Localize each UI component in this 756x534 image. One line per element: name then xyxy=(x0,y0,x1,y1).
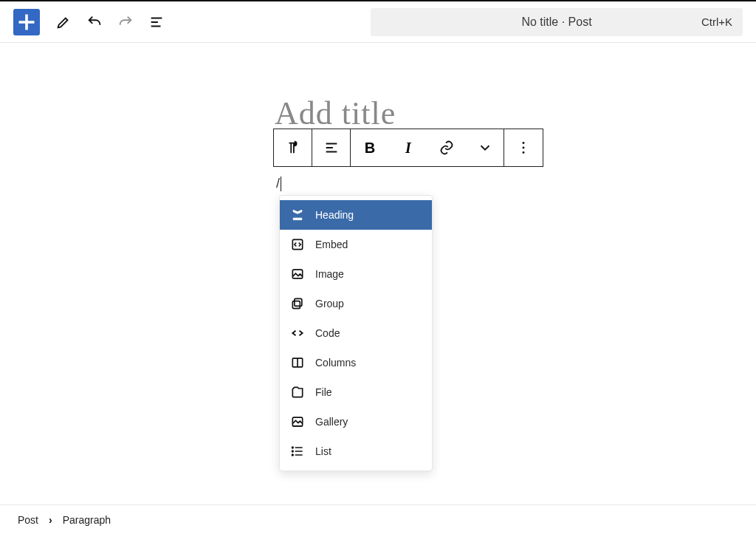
editor-canvas: Add title B I / Heading xyxy=(0,43,756,504)
inserter-item-columns[interactable]: Columns xyxy=(280,348,432,377)
document-title: No title · Post xyxy=(521,16,591,29)
edit-mode-button[interactable] xyxy=(50,9,77,35)
inserter-item-gallery[interactable]: Gallery xyxy=(280,407,432,437)
inserter-label: Code xyxy=(315,327,340,339)
add-block-button[interactable] xyxy=(13,9,40,35)
top-toolbar: No title · Post Ctrl+K xyxy=(0,1,756,43)
svg-point-1 xyxy=(523,147,525,149)
inserter-label: Heading xyxy=(315,209,354,221)
block-toolbar: B I xyxy=(273,129,543,167)
breadcrumb-current[interactable]: Paragraph xyxy=(63,514,111,526)
inserter-label: File xyxy=(315,386,332,398)
command-bar[interactable]: No title · Post Ctrl+K xyxy=(371,8,743,36)
block-type-button[interactable] xyxy=(274,129,312,166)
bold-button[interactable]: B xyxy=(351,129,389,166)
file-icon xyxy=(290,385,305,400)
group-icon xyxy=(290,296,305,311)
block-options-button[interactable] xyxy=(504,129,543,166)
inserter-item-list[interactable]: List xyxy=(280,437,432,466)
svg-rect-6 xyxy=(292,301,300,309)
italic-button[interactable]: I xyxy=(389,129,427,166)
paragraph-block-input[interactable]: / xyxy=(276,176,281,191)
command-shortcut: Ctrl+K xyxy=(701,16,732,28)
svg-rect-5 xyxy=(295,298,302,306)
svg-point-9 xyxy=(292,447,294,448)
align-button[interactable] xyxy=(312,129,351,166)
inserter-item-embed[interactable]: Embed xyxy=(280,230,432,259)
inserter-item-image[interactable]: Image xyxy=(280,259,432,289)
svg-rect-4 xyxy=(292,270,302,278)
inserter-label: Image xyxy=(315,268,344,280)
inserter-label: Gallery xyxy=(315,416,348,428)
redo-button[interactable] xyxy=(112,9,139,35)
inserter-item-file[interactable]: File xyxy=(280,377,432,407)
svg-point-0 xyxy=(523,142,525,144)
svg-point-11 xyxy=(292,454,294,456)
embed-icon xyxy=(290,237,305,252)
post-title-input[interactable]: Add title xyxy=(275,95,396,132)
inserter-item-group[interactable]: Group xyxy=(280,289,432,318)
svg-point-10 xyxy=(292,451,294,452)
inserter-item-heading[interactable]: Heading xyxy=(280,200,432,230)
inserter-label: List xyxy=(315,445,331,457)
image-icon xyxy=(290,267,305,281)
block-breadcrumb: Post › Paragraph xyxy=(0,504,756,534)
document-overview-button[interactable] xyxy=(143,9,170,35)
code-icon xyxy=(290,326,305,340)
inserter-item-code[interactable]: Code xyxy=(280,318,432,348)
undo-button[interactable] xyxy=(81,9,108,35)
gallery-icon xyxy=(290,414,305,429)
list-icon xyxy=(290,444,305,459)
svg-point-2 xyxy=(523,151,525,154)
inserter-label: Embed xyxy=(315,239,348,250)
link-button[interactable] xyxy=(427,129,466,166)
inserter-label: Group xyxy=(315,298,344,309)
more-format-dropdown[interactable] xyxy=(466,129,504,166)
columns-icon xyxy=(290,355,305,370)
block-inserter-popover: Heading Embed Image Group Code Columns F… xyxy=(279,195,433,471)
chevron-right-icon: › xyxy=(49,514,52,526)
breadcrumb-root[interactable]: Post xyxy=(18,514,38,526)
heading-icon xyxy=(290,208,305,222)
inserter-label: Columns xyxy=(315,357,356,369)
